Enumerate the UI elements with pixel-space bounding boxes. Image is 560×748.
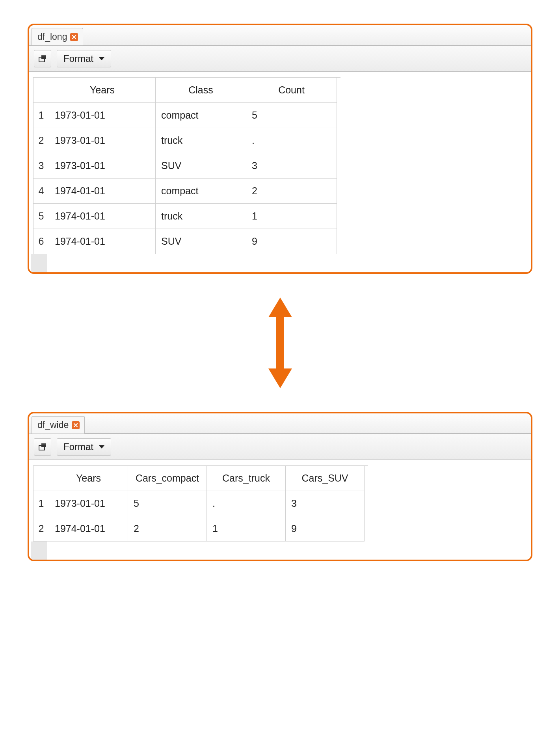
col-header-cars-suv[interactable]: Cars_SUV	[286, 466, 365, 491]
col-header-years[interactable]: Years	[49, 78, 156, 103]
toolbar: Format	[29, 46, 531, 72]
popout-window-icon	[38, 54, 47, 63]
cell-years[interactable]: 1974-01-01	[49, 204, 156, 229]
grid-bottom-gutter	[31, 541, 529, 560]
cell-count[interactable]: 5	[246, 103, 337, 128]
tab-bar-space	[83, 45, 531, 45]
cell-cars-compact[interactable]: 5	[128, 491, 207, 516]
data-grid-wrapper: Years Class Count 1 1973-01-01 compact 5…	[29, 72, 531, 272]
cell-count[interactable]: 9	[246, 229, 337, 254]
row-number[interactable]: 4	[33, 179, 49, 204]
tab-df-wide[interactable]: df_wide	[32, 416, 85, 434]
transform-arrow	[28, 298, 532, 388]
format-label: Format	[63, 441, 93, 452]
tab-bar: df_wide	[29, 413, 531, 434]
cell-count[interactable]: 2	[246, 179, 337, 204]
tab-bar: df_long	[29, 25, 531, 46]
cell-class[interactable]: compact	[156, 179, 246, 204]
cell-years[interactable]: 1973-01-01	[49, 153, 156, 179]
cell-years[interactable]: 1974-01-01	[49, 229, 156, 254]
row-number[interactable]: 2	[33, 128, 49, 153]
toolbar: Format	[29, 434, 531, 460]
panel-df-long: df_long Format	[28, 24, 532, 274]
cell-years[interactable]: 1973-01-01	[49, 128, 156, 153]
cell-count[interactable]: .	[246, 128, 337, 153]
cell-years[interactable]: 1973-01-01	[49, 491, 128, 516]
row-number[interactable]: 3	[33, 153, 49, 179]
row-number[interactable]: 2	[33, 516, 49, 541]
cell-cars-truck[interactable]: 1	[207, 516, 286, 541]
grid-corner	[33, 466, 49, 491]
tab-bar-space	[85, 433, 531, 434]
data-grid-wrapper: Years Cars_compact Cars_truck Cars_SUV 1…	[29, 460, 531, 560]
popout-window-icon	[38, 442, 47, 452]
cell-cars-suv[interactable]: 9	[286, 516, 365, 541]
tab-label: df_long	[37, 32, 67, 42]
cell-years[interactable]: 1974-01-01	[49, 179, 156, 204]
tab-df-long[interactable]: df_long	[32, 28, 83, 45]
popout-window-button[interactable]	[34, 438, 51, 456]
cell-class[interactable]: compact	[156, 103, 246, 128]
data-grid[interactable]: Years Cars_compact Cars_truck Cars_SUV 1…	[33, 465, 368, 541]
col-header-class[interactable]: Class	[156, 78, 246, 103]
col-header-cars-truck[interactable]: Cars_truck	[207, 466, 286, 491]
cell-count[interactable]: 1	[246, 204, 337, 229]
chevron-down-icon	[99, 57, 104, 60]
cell-class[interactable]: SUV	[156, 229, 246, 254]
cell-cars-compact[interactable]: 2	[128, 516, 207, 541]
cell-class[interactable]: truck	[156, 128, 246, 153]
row-number[interactable]: 1	[33, 103, 49, 128]
row-number[interactable]: 6	[33, 229, 49, 254]
cell-years[interactable]: 1974-01-01	[49, 516, 128, 541]
col-header-cars-compact[interactable]: Cars_compact	[128, 466, 207, 491]
cell-class[interactable]: truck	[156, 204, 246, 229]
close-icon[interactable]	[70, 33, 78, 41]
chevron-down-icon	[99, 445, 104, 448]
cell-cars-suv[interactable]: 3	[286, 491, 365, 516]
cell-class[interactable]: SUV	[156, 153, 246, 179]
format-dropdown[interactable]: Format	[57, 50, 111, 67]
svg-rect-2	[41, 55, 46, 56]
cell-years[interactable]: 1973-01-01	[49, 103, 156, 128]
grid-corner	[33, 78, 49, 103]
row-number[interactable]: 1	[33, 491, 49, 516]
grid-bottom-gutter	[31, 254, 529, 272]
cell-count[interactable]: 3	[246, 153, 337, 179]
data-grid[interactable]: Years Class Count 1 1973-01-01 compact 5…	[33, 77, 340, 254]
row-number[interactable]: 5	[33, 204, 49, 229]
popout-window-button[interactable]	[34, 50, 51, 67]
format-dropdown[interactable]: Format	[57, 438, 111, 456]
format-label: Format	[63, 53, 93, 64]
close-icon[interactable]	[72, 421, 80, 429]
tab-label: df_wide	[37, 420, 69, 430]
svg-rect-6	[41, 443, 46, 445]
panel-df-wide: df_wide Format	[28, 412, 532, 561]
cell-cars-truck[interactable]: .	[207, 491, 286, 516]
col-header-count[interactable]: Count	[246, 78, 337, 103]
col-header-years[interactable]: Years	[49, 466, 128, 491]
svg-marker-3	[268, 298, 292, 388]
double-arrow-icon	[266, 298, 294, 388]
